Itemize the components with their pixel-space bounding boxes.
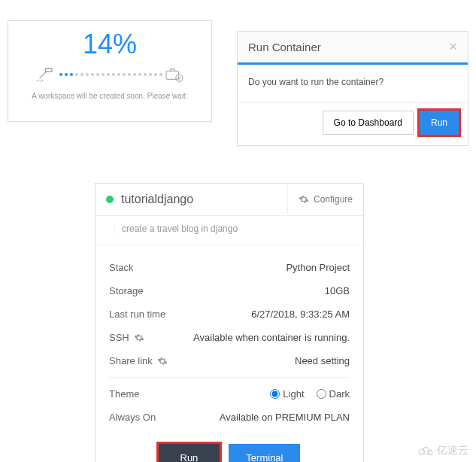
workspace-details: Stack Python Project Storage 10GB Last r… xyxy=(96,245,363,433)
value-stack: Python Project xyxy=(286,262,350,273)
workspace-panel: tutorialdjango Configure create a travel… xyxy=(95,183,364,462)
gear-icon[interactable] xyxy=(134,333,144,343)
briefcase-check-icon xyxy=(165,66,184,83)
panel-actions: Run Terminal xyxy=(96,433,363,462)
workspace-progress-card: 14% A workspace will be created soon. Pl… xyxy=(8,20,212,122)
label-stack: Stack xyxy=(109,262,134,273)
watermark-text: 亿速云 xyxy=(437,444,468,457)
row-theme: Theme Light Dark xyxy=(109,382,350,406)
svg-point-5 xyxy=(428,450,432,454)
value-storage: 10GB xyxy=(325,285,350,296)
radio-dark-label: Dark xyxy=(329,388,350,400)
gear-icon xyxy=(299,194,309,205)
panel-run-button[interactable]: Run xyxy=(159,444,220,462)
row-share-link: Share link Need setting xyxy=(109,349,350,372)
divider xyxy=(109,377,350,378)
modal-header: Run Container × xyxy=(238,32,468,65)
terminal-button[interactable]: Terminal xyxy=(229,444,300,462)
label-share-link: Share link xyxy=(109,355,168,366)
row-always-on: Always On Available on PREMIUM PLAN xyxy=(109,406,350,429)
label-last-run: Last run time xyxy=(109,309,165,320)
progress-track xyxy=(8,66,211,83)
label-share-text: Share link xyxy=(109,355,153,366)
workspace-description: create a travel blog in django xyxy=(96,216,363,245)
value-always-on: Available on PREMIUM PLAN xyxy=(220,412,350,423)
label-storage: Storage xyxy=(109,285,144,296)
row-stack: Stack Python Project xyxy=(109,256,350,279)
label-ssh: SSH xyxy=(109,332,144,343)
row-ssh: SSH Available when container is running. xyxy=(109,326,350,349)
svg-point-3 xyxy=(419,449,424,454)
modal-title: Run Container xyxy=(248,41,321,53)
configure-button[interactable]: Configure xyxy=(287,185,363,214)
cloud-icon xyxy=(417,445,434,456)
workspace-name: tutorialdjango xyxy=(121,193,193,206)
progress-message: A workspace will be created soon. Please… xyxy=(8,92,211,100)
gear-icon[interactable] xyxy=(157,356,168,366)
configure-label: Configure xyxy=(314,194,353,205)
label-ssh-text: SSH xyxy=(109,332,129,343)
panel-header: tutorialdjango Configure xyxy=(96,184,363,216)
theme-radio-group: Light Dark xyxy=(270,388,350,400)
modal-footer: Go to Dashboard Run xyxy=(238,102,468,145)
label-always-on: Always On xyxy=(109,412,156,423)
radio-dark[interactable] xyxy=(317,389,326,399)
modal-body: Do you want to run the container? xyxy=(238,65,468,102)
run-container-modal: Run Container × Do you want to run the c… xyxy=(237,31,468,146)
close-icon[interactable]: × xyxy=(449,39,457,55)
row-storage: Storage 10GB xyxy=(109,279,350,302)
panel-title-wrap: tutorialdjango xyxy=(96,184,287,215)
value-last-run: 6/27/2018, 9:33:25 AM xyxy=(251,309,350,320)
radio-light-label: Light xyxy=(283,388,304,400)
value-share-link: Need setting xyxy=(295,355,350,366)
progress-percent: 14% xyxy=(8,29,211,60)
theme-light-option[interactable]: Light xyxy=(270,388,304,400)
label-theme: Theme xyxy=(109,388,139,400)
row-last-run: Last run time 6/27/2018, 9:33:25 AM xyxy=(109,302,350,326)
value-ssh: Available when container is running. xyxy=(193,332,350,343)
workspace-description-text: create a travel blog in django xyxy=(114,223,345,234)
theme-dark-option[interactable]: Dark xyxy=(317,388,350,400)
hammer-icon xyxy=(36,66,57,83)
radio-light[interactable] xyxy=(270,389,280,399)
status-dot-icon xyxy=(106,196,114,203)
run-button[interactable]: Run xyxy=(420,111,459,135)
go-to-dashboard-button[interactable]: Go to Dashboard xyxy=(323,111,414,135)
watermark: 亿速云 xyxy=(417,444,468,457)
